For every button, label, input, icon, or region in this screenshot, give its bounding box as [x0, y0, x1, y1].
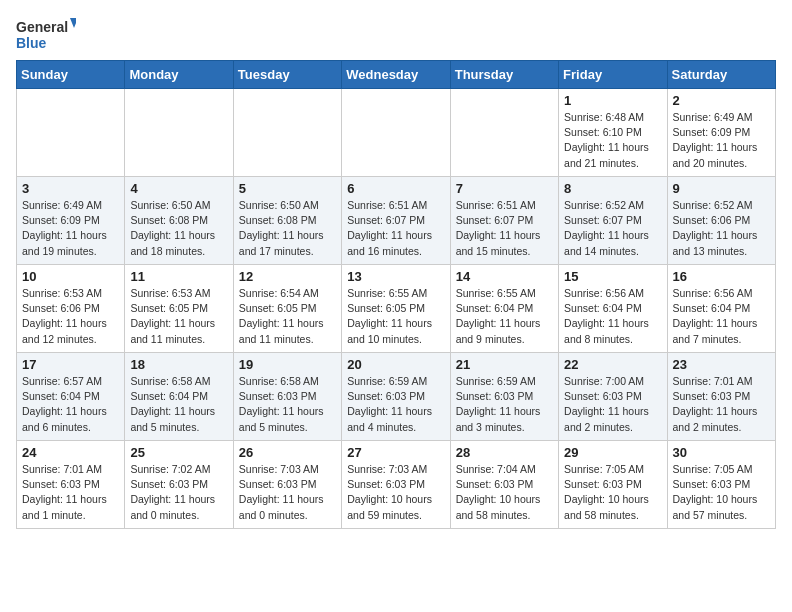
calendar-cell: 18Sunrise: 6:58 AM Sunset: 6:04 PM Dayli… [125, 353, 233, 441]
calendar-cell: 1Sunrise: 6:48 AM Sunset: 6:10 PM Daylig… [559, 89, 667, 177]
weekday-header: Friday [559, 61, 667, 89]
day-number: 24 [22, 445, 119, 460]
calendar-cell [125, 89, 233, 177]
day-number: 21 [456, 357, 553, 372]
page-header: General Blue [16, 16, 776, 52]
calendar-cell: 16Sunrise: 6:56 AM Sunset: 6:04 PM Dayli… [667, 265, 775, 353]
day-number: 16 [673, 269, 770, 284]
day-info: Sunrise: 6:50 AM Sunset: 6:08 PM Dayligh… [239, 198, 336, 259]
svg-marker-2 [70, 18, 76, 28]
day-info: Sunrise: 6:55 AM Sunset: 6:04 PM Dayligh… [456, 286, 553, 347]
calendar-cell: 17Sunrise: 6:57 AM Sunset: 6:04 PM Dayli… [17, 353, 125, 441]
day-number: 23 [673, 357, 770, 372]
day-number: 18 [130, 357, 227, 372]
calendar-cell: 20Sunrise: 6:59 AM Sunset: 6:03 PM Dayli… [342, 353, 450, 441]
day-number: 13 [347, 269, 444, 284]
calendar-cell: 26Sunrise: 7:03 AM Sunset: 6:03 PM Dayli… [233, 441, 341, 529]
calendar-cell: 19Sunrise: 6:58 AM Sunset: 6:03 PM Dayli… [233, 353, 341, 441]
day-info: Sunrise: 6:56 AM Sunset: 6:04 PM Dayligh… [673, 286, 770, 347]
calendar-cell: 8Sunrise: 6:52 AM Sunset: 6:07 PM Daylig… [559, 177, 667, 265]
calendar-cell: 6Sunrise: 6:51 AM Sunset: 6:07 PM Daylig… [342, 177, 450, 265]
day-info: Sunrise: 7:04 AM Sunset: 6:03 PM Dayligh… [456, 462, 553, 523]
day-info: Sunrise: 6:49 AM Sunset: 6:09 PM Dayligh… [22, 198, 119, 259]
weekday-header: Saturday [667, 61, 775, 89]
day-number: 22 [564, 357, 661, 372]
day-info: Sunrise: 7:03 AM Sunset: 6:03 PM Dayligh… [239, 462, 336, 523]
day-number: 10 [22, 269, 119, 284]
day-info: Sunrise: 6:54 AM Sunset: 6:05 PM Dayligh… [239, 286, 336, 347]
day-number: 8 [564, 181, 661, 196]
day-info: Sunrise: 6:48 AM Sunset: 6:10 PM Dayligh… [564, 110, 661, 171]
logo: General Blue [16, 16, 76, 52]
day-info: Sunrise: 7:01 AM Sunset: 6:03 PM Dayligh… [673, 374, 770, 435]
calendar-cell: 11Sunrise: 6:53 AM Sunset: 6:05 PM Dayli… [125, 265, 233, 353]
calendar-cell: 14Sunrise: 6:55 AM Sunset: 6:04 PM Dayli… [450, 265, 558, 353]
day-number: 6 [347, 181, 444, 196]
calendar-cell: 7Sunrise: 6:51 AM Sunset: 6:07 PM Daylig… [450, 177, 558, 265]
day-number: 28 [456, 445, 553, 460]
calendar-cell: 12Sunrise: 6:54 AM Sunset: 6:05 PM Dayli… [233, 265, 341, 353]
calendar-cell: 30Sunrise: 7:05 AM Sunset: 6:03 PM Dayli… [667, 441, 775, 529]
day-info: Sunrise: 7:05 AM Sunset: 6:03 PM Dayligh… [564, 462, 661, 523]
day-info: Sunrise: 6:50 AM Sunset: 6:08 PM Dayligh… [130, 198, 227, 259]
day-info: Sunrise: 6:56 AM Sunset: 6:04 PM Dayligh… [564, 286, 661, 347]
day-number: 27 [347, 445, 444, 460]
svg-text:General: General [16, 19, 68, 35]
calendar-cell: 27Sunrise: 7:03 AM Sunset: 6:03 PM Dayli… [342, 441, 450, 529]
day-number: 1 [564, 93, 661, 108]
weekday-header: Monday [125, 61, 233, 89]
calendar-cell: 24Sunrise: 7:01 AM Sunset: 6:03 PM Dayli… [17, 441, 125, 529]
day-number: 29 [564, 445, 661, 460]
calendar-cell: 21Sunrise: 6:59 AM Sunset: 6:03 PM Dayli… [450, 353, 558, 441]
calendar-cell: 22Sunrise: 7:00 AM Sunset: 6:03 PM Dayli… [559, 353, 667, 441]
day-info: Sunrise: 6:59 AM Sunset: 6:03 PM Dayligh… [456, 374, 553, 435]
day-info: Sunrise: 6:51 AM Sunset: 6:07 PM Dayligh… [456, 198, 553, 259]
day-number: 19 [239, 357, 336, 372]
day-number: 11 [130, 269, 227, 284]
calendar-cell: 3Sunrise: 6:49 AM Sunset: 6:09 PM Daylig… [17, 177, 125, 265]
calendar-cell: 4Sunrise: 6:50 AM Sunset: 6:08 PM Daylig… [125, 177, 233, 265]
day-number: 9 [673, 181, 770, 196]
day-info: Sunrise: 6:51 AM Sunset: 6:07 PM Dayligh… [347, 198, 444, 259]
day-info: Sunrise: 6:52 AM Sunset: 6:07 PM Dayligh… [564, 198, 661, 259]
day-info: Sunrise: 6:55 AM Sunset: 6:05 PM Dayligh… [347, 286, 444, 347]
day-number: 12 [239, 269, 336, 284]
calendar-cell: 13Sunrise: 6:55 AM Sunset: 6:05 PM Dayli… [342, 265, 450, 353]
day-info: Sunrise: 7:03 AM Sunset: 6:03 PM Dayligh… [347, 462, 444, 523]
calendar-cell: 29Sunrise: 7:05 AM Sunset: 6:03 PM Dayli… [559, 441, 667, 529]
day-info: Sunrise: 6:53 AM Sunset: 6:05 PM Dayligh… [130, 286, 227, 347]
day-number: 2 [673, 93, 770, 108]
day-info: Sunrise: 6:52 AM Sunset: 6:06 PM Dayligh… [673, 198, 770, 259]
day-number: 4 [130, 181, 227, 196]
day-number: 26 [239, 445, 336, 460]
day-info: Sunrise: 7:00 AM Sunset: 6:03 PM Dayligh… [564, 374, 661, 435]
calendar-cell: 28Sunrise: 7:04 AM Sunset: 6:03 PM Dayli… [450, 441, 558, 529]
weekday-header: Wednesday [342, 61, 450, 89]
day-info: Sunrise: 6:58 AM Sunset: 6:04 PM Dayligh… [130, 374, 227, 435]
day-info: Sunrise: 6:59 AM Sunset: 6:03 PM Dayligh… [347, 374, 444, 435]
day-number: 15 [564, 269, 661, 284]
calendar-table: SundayMondayTuesdayWednesdayThursdayFrid… [16, 60, 776, 529]
day-info: Sunrise: 7:02 AM Sunset: 6:03 PM Dayligh… [130, 462, 227, 523]
calendar-cell [17, 89, 125, 177]
calendar-cell: 25Sunrise: 7:02 AM Sunset: 6:03 PM Dayli… [125, 441, 233, 529]
day-info: Sunrise: 6:53 AM Sunset: 6:06 PM Dayligh… [22, 286, 119, 347]
calendar-cell: 10Sunrise: 6:53 AM Sunset: 6:06 PM Dayli… [17, 265, 125, 353]
day-info: Sunrise: 7:01 AM Sunset: 6:03 PM Dayligh… [22, 462, 119, 523]
day-info: Sunrise: 6:58 AM Sunset: 6:03 PM Dayligh… [239, 374, 336, 435]
calendar-cell: 15Sunrise: 6:56 AM Sunset: 6:04 PM Dayli… [559, 265, 667, 353]
weekday-header: Tuesday [233, 61, 341, 89]
weekday-header: Thursday [450, 61, 558, 89]
day-info: Sunrise: 6:49 AM Sunset: 6:09 PM Dayligh… [673, 110, 770, 171]
calendar-cell: 23Sunrise: 7:01 AM Sunset: 6:03 PM Dayli… [667, 353, 775, 441]
day-number: 25 [130, 445, 227, 460]
day-number: 3 [22, 181, 119, 196]
day-number: 30 [673, 445, 770, 460]
calendar-cell [233, 89, 341, 177]
day-number: 5 [239, 181, 336, 196]
weekday-header: Sunday [17, 61, 125, 89]
day-info: Sunrise: 6:57 AM Sunset: 6:04 PM Dayligh… [22, 374, 119, 435]
day-info: Sunrise: 7:05 AM Sunset: 6:03 PM Dayligh… [673, 462, 770, 523]
calendar-cell: 9Sunrise: 6:52 AM Sunset: 6:06 PM Daylig… [667, 177, 775, 265]
calendar-cell: 2Sunrise: 6:49 AM Sunset: 6:09 PM Daylig… [667, 89, 775, 177]
